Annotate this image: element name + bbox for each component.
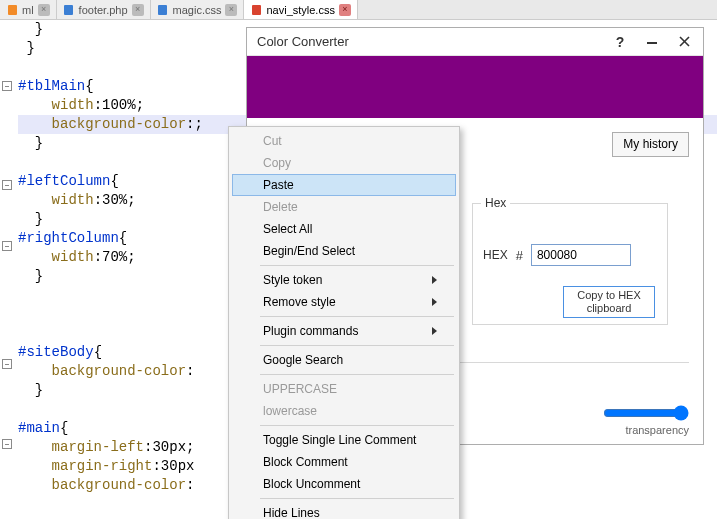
transparency-control: transparency [603, 404, 689, 436]
menu-item-lowercase: lowercase [232, 400, 456, 422]
svg-rect-3 [252, 5, 261, 15]
hex-group-label: Hex [481, 196, 510, 210]
tab-footer[interactable]: footer.php × [57, 0, 151, 19]
fold-gutter[interactable] [0, 20, 16, 519]
fold-toggle[interactable] [2, 359, 12, 369]
svg-rect-0 [8, 5, 17, 15]
menu-separator [260, 316, 454, 317]
close-icon[interactable]: × [339, 4, 351, 16]
fold-toggle[interactable] [2, 241, 12, 251]
chevron-right-icon [432, 298, 437, 306]
menu-item-label: Block Uncomment [263, 477, 360, 491]
menu-item-style-token[interactable]: Style token [232, 269, 456, 291]
menu-item-label: Google Search [263, 353, 343, 367]
menu-item-plugin-commands[interactable]: Plugin commands [232, 320, 456, 342]
chevron-right-icon [432, 276, 437, 284]
menu-item-toggle-single-line-comment[interactable]: Toggle Single Line Comment [232, 429, 456, 451]
close-button[interactable] [669, 31, 699, 53]
menu-item-label: Copy [263, 156, 291, 170]
minimize-button[interactable] [637, 31, 667, 53]
menu-item-hide-lines[interactable]: Hide Lines [232, 502, 456, 519]
tab-bar: ml × footer.php × magic.css × navi_style… [0, 0, 717, 20]
menu-item-label: Plugin commands [263, 324, 358, 338]
tab-label: magic.css [173, 4, 222, 16]
fold-toggle[interactable] [2, 81, 12, 91]
file-icon [6, 4, 18, 16]
menu-item-select-all[interactable]: Select All [232, 218, 456, 240]
menu-item-copy: Copy [232, 152, 456, 174]
hex-group: Hex HEX # Copy to HEX clipboard [472, 203, 668, 325]
copy-hex-button[interactable]: Copy to HEX clipboard [563, 286, 655, 318]
fold-toggle[interactable] [2, 180, 12, 190]
menu-separator [260, 345, 454, 346]
file-icon [63, 4, 75, 16]
menu-item-label: UPPERCASE [263, 382, 337, 396]
menu-item-block-uncomment[interactable]: Block Uncomment [232, 473, 456, 495]
menu-separator [260, 425, 454, 426]
svg-rect-1 [64, 5, 73, 15]
transparency-label: transparency [603, 424, 689, 436]
menu-item-uppercase: UPPERCASE [232, 378, 456, 400]
file-icon [250, 4, 262, 16]
svg-rect-2 [158, 5, 167, 15]
menu-item-label: Select All [263, 222, 312, 236]
help-button[interactable]: ? [605, 31, 635, 53]
menu-separator [260, 498, 454, 499]
menu-item-paste[interactable]: Paste [232, 174, 456, 196]
menu-item-google-search[interactable]: Google Search [232, 349, 456, 371]
tab-magic[interactable]: magic.css × [151, 0, 245, 19]
menu-item-label: Block Comment [263, 455, 348, 469]
menu-item-delete: Delete [232, 196, 456, 218]
fold-toggle[interactable] [2, 439, 12, 449]
menu-item-label: Cut [263, 134, 282, 148]
tab-label: navi_style.css [266, 4, 334, 16]
menu-item-remove-style[interactable]: Remove style [232, 291, 456, 313]
file-icon [157, 4, 169, 16]
menu-item-label: Toggle Single Line Comment [263, 433, 416, 447]
close-icon[interactable]: × [132, 4, 144, 16]
menu-item-label: Style token [263, 273, 322, 287]
color-swatch [247, 56, 703, 118]
menu-item-block-comment[interactable]: Block Comment [232, 451, 456, 473]
chevron-right-icon [432, 327, 437, 335]
menu-item-label: Begin/End Select [263, 244, 355, 258]
menu-item-label: lowercase [263, 404, 317, 418]
tab-label: ml [22, 4, 34, 16]
menu-item-begin-end-select[interactable]: Begin/End Select [232, 240, 456, 262]
my-history-button[interactable]: My history [612, 132, 689, 157]
menu-separator [260, 265, 454, 266]
hex-label: HEX [483, 248, 508, 262]
hex-input[interactable] [531, 244, 631, 266]
close-icon[interactable]: × [225, 4, 237, 16]
svg-rect-4 [647, 42, 657, 44]
close-icon[interactable]: × [38, 4, 50, 16]
menu-item-label: Remove style [263, 295, 336, 309]
menu-item-label: Paste [263, 178, 294, 192]
tab-navi-style[interactable]: navi_style.css × [244, 0, 357, 19]
menu-item-label: Hide Lines [263, 506, 320, 519]
titlebar[interactable]: Color Converter ? [247, 28, 703, 56]
hash-symbol: # [516, 248, 523, 263]
context-menu: CutCopyPasteDeleteSelect AllBegin/End Se… [228, 126, 460, 519]
tab-label: footer.php [79, 4, 128, 16]
menu-item-label: Delete [263, 200, 298, 214]
menu-separator [260, 374, 454, 375]
window-title: Color Converter [257, 34, 349, 49]
transparency-slider[interactable] [603, 404, 689, 422]
tab-ml[interactable]: ml × [0, 0, 57, 19]
menu-item-cut: Cut [232, 130, 456, 152]
